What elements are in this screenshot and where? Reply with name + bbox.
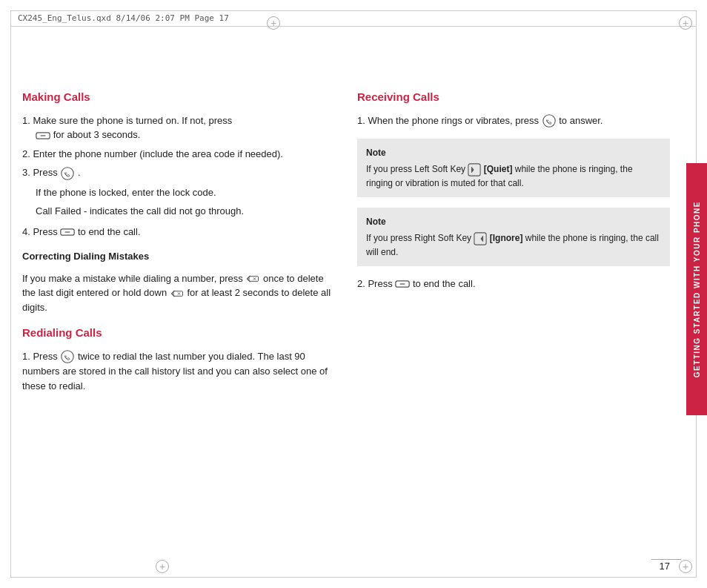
making-calls-section: Making Calls 1. Make sure the phone is t… [22,89,335,239]
receiving-calls-step2-block: 2. Press to end the call. [357,277,670,291]
note-box-1: Note If you press Left Soft Key [Quiet] … [357,139,670,197]
receiving-calls-heading: Receiving Calls [357,89,670,106]
svg-rect-5 [249,277,259,282]
redialing-heading: Redialing Calls [22,325,335,342]
correcting-heading: Correcting Dialing Mistakes [22,249,335,264]
note1-bracket: [Quiet] [484,164,513,174]
page-number: 17 [660,561,670,572]
side-tab: GETTING STARTED WITH YOUR PHONE [686,163,707,415]
svg-rect-14 [474,233,486,245]
power-icon [36,130,50,142]
back-icon-2 [170,288,185,300]
left-soft-key-icon [468,163,481,176]
note2-bracket: [Ignore] [490,233,523,243]
note1-text: If you press Left Soft Key [Quiet] while… [366,162,661,190]
svg-point-12 [542,115,554,127]
receiving-calls-section: Receiving Calls 1. When the phone rings … [357,89,670,128]
side-tab-text: GETTING STARTED WITH YOUR PHONE [693,201,701,377]
making-calls-step1: 1. Make sure the phone is turned on. If … [22,113,335,142]
reg-mark-top-left [267,16,280,30]
redialing-section: Redialing Calls 1. Press twice to redial… [22,325,335,393]
correcting-section: Correcting Dialing Mistakes If you make … [22,249,335,314]
svg-point-11 [62,351,73,363]
right-soft-key-icon [474,232,487,245]
making-calls-step3-note2: Call Failed - indicates the call did not… [36,204,335,219]
end-icon-step4 [60,226,75,238]
answer-icon [542,113,557,128]
receiving-calls-step1: 1. When the phone rings or vibrates, pre… [357,113,670,129]
note2-title: Note [366,215,661,228]
note-box-2: Note If you press Right Soft Key [Ignore… [357,208,670,266]
making-calls-step4: 4. Press to end the call. [22,225,335,240]
end-icon-step2 [395,278,410,290]
svg-rect-13 [468,164,480,176]
making-calls-step2: 2. Enter the phone number (include the a… [22,147,335,162]
page-divider [651,559,681,560]
reg-mark-bottom-left [156,560,169,573]
reg-mark-top-right [679,16,692,30]
making-calls-heading: Making Calls [22,89,335,106]
back-icon-1 [245,273,260,285]
svg-point-2 [62,167,73,179]
making-calls-step3: 3. Press . [22,165,335,181]
svg-rect-8 [173,291,183,296]
reg-mark-bottom-right [679,560,692,573]
note1-title: Note [366,146,661,159]
header-bar: CX245_Eng_Telus.qxd 8/14/06 2:07 PM Page… [10,10,697,27]
receiving-calls-step2: 2. Press to end the call. [357,277,670,291]
main-content: Making Calls 1. Make sure the phone is t… [22,30,670,558]
talk-icon-step3 [60,166,75,181]
header-filename: CX245_Eng_Telus.qxd 8/14/06 2:07 PM Page… [18,13,229,23]
note2-text: If you press Right Soft Key [Ignore] whi… [366,231,661,259]
right-column: Receiving Calls 1. When the phone rings … [357,30,670,558]
redialing-step1: 1. Press twice to redial the last number… [22,349,335,394]
correcting-text: If you make a mistake while dialing a nu… [22,271,335,315]
left-column: Making Calls 1. Make sure the phone is t… [22,30,335,558]
making-calls-step3-note1: If the phone is locked, enter the lock c… [36,185,335,200]
recent-calls-icon [60,349,75,364]
